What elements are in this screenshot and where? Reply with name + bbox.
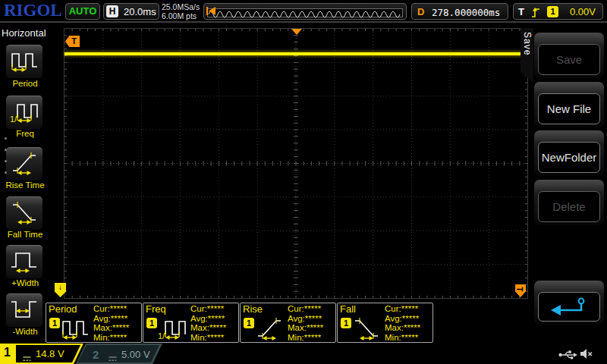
trigger-box: T 1 0.00V bbox=[513, 3, 603, 20]
back-button[interactable] bbox=[534, 281, 604, 325]
menu-item-period[interactable] bbox=[6, 45, 42, 78]
timebase-label: H bbox=[106, 5, 118, 17]
menu-item-rise-time-label: Rise Time bbox=[0, 180, 50, 190]
delete-button[interactable]: Delete bbox=[534, 180, 604, 225]
menu-item-plus-width[interactable] bbox=[6, 245, 42, 278]
channel2-scale: 5.00 V bbox=[121, 349, 150, 360]
oscilloscope-screen: RIGOL AUTO H 20.0ms 25.0MSa/s 6.00M pts … bbox=[0, 0, 607, 364]
dc-coupling-icon bbox=[22, 351, 32, 364]
measurement-values: Cur:***** Avg:***** Max:***** Min:***** bbox=[385, 304, 420, 342]
menu-scroll-dot bbox=[5, 171, 7, 174]
waveform-preview bbox=[203, 3, 407, 20]
menu-item-rise-time[interactable] bbox=[6, 147, 42, 180]
speaker-muted-icon bbox=[580, 348, 593, 362]
channel1-waveform bbox=[64, 52, 527, 55]
rigol-logo: RIGOL bbox=[4, 1, 62, 20]
channel1-number: 1 bbox=[4, 346, 11, 359]
rise-time-icon bbox=[255, 315, 284, 344]
delay-label: D bbox=[417, 6, 424, 17]
left-menu-title: Horizontal bbox=[2, 27, 46, 39]
rise-time-icon bbox=[10, 149, 39, 179]
plus-width-icon bbox=[10, 247, 39, 277]
new-file-button[interactable]: New File bbox=[534, 82, 604, 127]
save-menu-panel: Save Save New File NewFolder Delete bbox=[531, 23, 607, 344]
menu-item-freq-label: Freq bbox=[0, 129, 50, 138]
svg-text:1/: 1/ bbox=[158, 331, 165, 340]
menu-item-plus-width-label: +Width bbox=[0, 278, 50, 287]
measurement-results-row: Period 1 Cur:***** Avg:***** Max:***** M… bbox=[46, 303, 434, 343]
menu-scroll-dot bbox=[5, 149, 7, 151]
new-folder-button[interactable]: NewFolder bbox=[534, 130, 604, 176]
measurement-source-badge: 1 bbox=[341, 318, 351, 328]
menu-item-fall-time[interactable] bbox=[6, 196, 42, 230]
dc-coupling-icon bbox=[108, 351, 118, 364]
delay-value: 278.000000ms bbox=[432, 7, 500, 18]
measurement-values: Cur:***** Avg:***** Max:***** Min:***** bbox=[190, 304, 226, 342]
return-arrow-icon bbox=[549, 296, 589, 318]
measurement-source-badge: 1 bbox=[146, 318, 157, 328]
measurement-box-period: Period 1 Cur:***** Avg:***** Max:***** M… bbox=[46, 303, 142, 343]
menu-scroll-dot bbox=[5, 160, 7, 162]
freq-icon: 1/ bbox=[10, 98, 39, 127]
measurement-name: Fall bbox=[340, 303, 356, 315]
menu-item-period-label: Period bbox=[0, 79, 50, 88]
channel-status-bar: 1 14.8 V 2 5.00 V bbox=[0, 344, 607, 364]
timebase-box: H 20.0ms bbox=[103, 3, 159, 20]
measurement-name: Rise bbox=[243, 303, 263, 315]
menu-scroll-dot bbox=[5, 137, 7, 140]
save-button[interactable]: Save bbox=[534, 33, 604, 78]
rising-edge-icon bbox=[530, 5, 541, 22]
trigger-level-value: 0.00V bbox=[570, 6, 596, 17]
period-icon bbox=[61, 315, 90, 344]
channel1-info: 14.8 V bbox=[16, 345, 80, 362]
waveform-preview-window bbox=[207, 8, 403, 17]
measurement-source-badge: 1 bbox=[244, 318, 254, 328]
menu-item-fall-time-label: Fall Time bbox=[0, 230, 50, 239]
top-status-bar: RIGOL AUTO H 20.0ms 25.0MSa/s 6.00M pts … bbox=[0, 0, 607, 23]
timebase-value: 20.0ms bbox=[124, 6, 156, 17]
channel2-info: 2 5.00 V bbox=[77, 345, 161, 362]
delay-box: D 278.000000ms bbox=[411, 3, 508, 20]
trigger-label: T bbox=[518, 6, 524, 17]
preview-sine-wave bbox=[209, 11, 400, 17]
sample-rate: 25.0MSa/s bbox=[162, 2, 200, 11]
measurement-values: Cur:***** Avg:***** Max:***** Min:***** bbox=[93, 304, 129, 342]
menu-item-minus-width[interactable] bbox=[6, 293, 42, 327]
acquisition-info: 25.0MSa/s 6.00M pts bbox=[162, 2, 200, 20]
menu-item-freq[interactable]: 1/ bbox=[6, 96, 42, 129]
svg-text:1/: 1/ bbox=[10, 115, 17, 124]
waveform-display-grid: T T ↓ bbox=[64, 28, 528, 299]
left-limit-icon bbox=[206, 5, 216, 18]
channel1-status-tab[interactable]: 1 14.8 V bbox=[0, 344, 83, 364]
measurement-box-fall: Fall 1 Cur:***** Avg:***** Max:***** Min… bbox=[337, 303, 433, 343]
memory-depth: 6.00M pts bbox=[162, 11, 200, 20]
channel1-scale: 14.8 V bbox=[36, 348, 64, 359]
measurement-name: Freq bbox=[146, 303, 166, 315]
measurement-box-freq: Freq 1 1/ Cur:***** Avg:***** Max:***** … bbox=[143, 303, 239, 343]
channel2-number: 2 bbox=[93, 348, 99, 361]
measurement-values: Cur:***** Avg:***** Max:***** Min:***** bbox=[288, 304, 323, 342]
fall-time-icon bbox=[10, 199, 39, 228]
measurement-name: Period bbox=[49, 303, 77, 315]
fall-time-icon bbox=[352, 315, 381, 344]
minus-width-icon bbox=[10, 296, 39, 325]
horizontal-measure-menu: Horizontal Period 1/ Freq Rise Time Fall… bbox=[0, 23, 50, 344]
graticule bbox=[64, 29, 527, 298]
period-icon bbox=[10, 47, 39, 77]
usb-icon bbox=[558, 349, 577, 362]
measurement-source-badge: 1 bbox=[49, 318, 60, 328]
menu-item-minus-width-label: -Width bbox=[0, 327, 50, 336]
trigger-source-badge: 1 bbox=[547, 6, 558, 17]
freq-icon: 1/ bbox=[158, 315, 187, 344]
channel2-status-tab[interactable]: 2 5.00 V bbox=[76, 344, 162, 364]
measurement-box-rise: Rise 1 Cur:***** Avg:***** Max:***** Min… bbox=[240, 303, 336, 343]
run-status-badge: AUTO bbox=[65, 3, 100, 20]
